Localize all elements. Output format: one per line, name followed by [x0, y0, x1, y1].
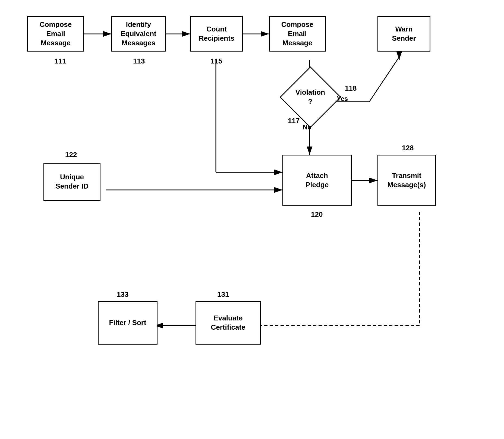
yes-label: Yes [337, 95, 348, 103]
count-label: CountRecipients [199, 25, 235, 43]
no-label: No [303, 123, 311, 131]
warn-sender-box: WarnSender [377, 16, 430, 52]
attach-pledge-label: AttachPledge [305, 171, 329, 190]
transmit-box: TransmitMessage(s) [377, 155, 436, 206]
label-120: 120 [311, 210, 323, 219]
svg-line-7 [369, 57, 399, 102]
label-115: 115 [210, 57, 222, 65]
unique-sender-box: UniqueSender ID [43, 163, 100, 201]
violation-label: Violation? [295, 88, 325, 106]
warn-sender-label: WarnSender [392, 25, 416, 43]
evaluate-box: EvaluateCertificate [196, 301, 261, 345]
unique-sender-label: UniqueSender ID [55, 173, 88, 191]
evaluate-label: EvaluateCertificate [211, 314, 245, 332]
arrows-layer [0, 0, 504, 439]
filter-sort-box: Filter / Sort [98, 301, 158, 345]
label-131: 131 [217, 290, 229, 299]
label-117: 117 [288, 117, 300, 125]
transmit-label: TransmitMessage(s) [388, 171, 426, 190]
identify-label: IdentifyEquivalentMessages [121, 20, 156, 47]
compose-email-2-box: ComposeEmailMessage [269, 16, 326, 52]
filter-sort-label: Filter / Sort [109, 318, 146, 327]
count-box: CountRecipients [190, 16, 243, 52]
compose-email-1-label: ComposeEmailMessage [40, 20, 72, 47]
identify-box: IdentifyEquivalentMessages [111, 16, 166, 52]
violation-diamond-wrapper: Violation? [288, 75, 333, 119]
label-122: 122 [65, 151, 77, 159]
flowchart-diagram: ComposeEmailMessage 111 IdentifyEquivale… [0, 0, 504, 439]
label-111: 111 [54, 57, 66, 65]
label-133: 133 [117, 290, 128, 299]
compose-email-2-label: ComposeEmailMessage [281, 20, 313, 47]
attach-pledge-box: AttachPledge [282, 155, 352, 206]
compose-email-1-box: ComposeEmailMessage [27, 16, 84, 52]
label-113: 113 [133, 57, 145, 65]
label-128: 128 [402, 144, 414, 152]
label-118: 118 [345, 84, 357, 93]
